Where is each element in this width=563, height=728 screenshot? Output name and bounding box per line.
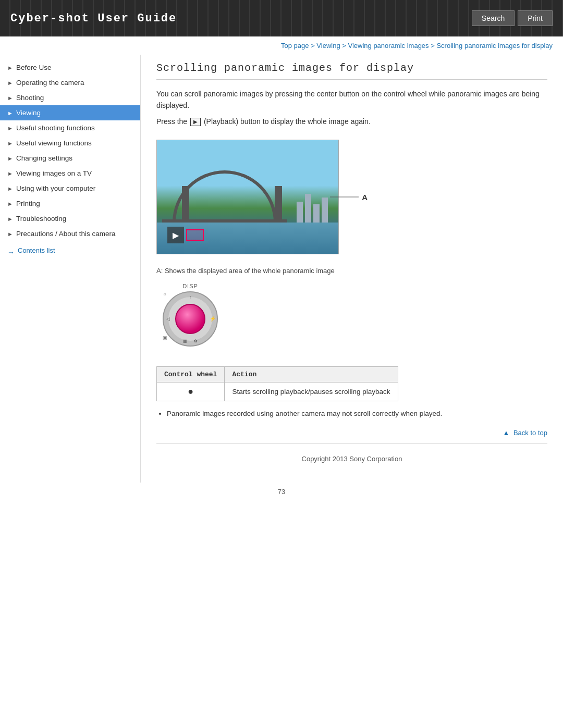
building bbox=[305, 194, 311, 223]
page-number: 73 bbox=[0, 483, 563, 506]
sidebar-label-printing: Printing bbox=[16, 200, 40, 207]
chevron-right-icon: ► bbox=[7, 186, 13, 192]
sidebar-item-shooting[interactable]: ► Shooting bbox=[0, 90, 140, 105]
sidebar-item-before-use[interactable]: ► Before Use bbox=[0, 60, 140, 75]
wheel-bottom-left-icon: ▦ bbox=[183, 339, 187, 343]
chevron-right-icon: ► bbox=[7, 110, 13, 116]
contents-list-label: Contents list bbox=[18, 246, 55, 254]
breadcrumb-viewing-panoramic[interactable]: Viewing panoramic images bbox=[348, 42, 429, 50]
building bbox=[297, 202, 303, 223]
sidebar: ► Before Use ► Operating the camera ► Sh… bbox=[0, 55, 141, 483]
bridge-tower-left bbox=[182, 186, 189, 223]
app-title: Cyber-shot User Guide bbox=[10, 12, 177, 25]
sidebar-label-viewing: Viewing bbox=[16, 109, 41, 117]
sidebar-label-troubleshooting: Troubleshooting bbox=[16, 215, 66, 223]
chevron-right-icon: ► bbox=[7, 201, 13, 207]
wheel-ticks-svg: ↑ ◁ ⚡ ▦ ✿ bbox=[162, 290, 219, 348]
playback-icon: ▶ bbox=[190, 118, 201, 126]
sidebar-item-useful-viewing[interactable]: ► Useful viewing functions bbox=[0, 135, 140, 151]
sidebar-item-viewing-tv[interactable]: ► Viewing images on a TV bbox=[0, 166, 140, 181]
sidebar-label-using-computer: Using with your computer bbox=[16, 184, 95, 192]
contents-list-link[interactable]: Contents list bbox=[0, 241, 140, 257]
copyright: Copyright 2013 Sony Corporation bbox=[302, 455, 402, 463]
sidebar-label-shooting: Shooting bbox=[16, 94, 44, 102]
label-a-caption: A: Shows the displayed area of the whole… bbox=[156, 267, 547, 275]
control-wheel: DISP bbox=[156, 283, 224, 356]
sidebar-label-before-use: Before Use bbox=[16, 64, 52, 71]
breadcrumb-top[interactable]: Top page bbox=[281, 42, 309, 50]
back-to-top-link[interactable]: ▲ Back to top bbox=[503, 429, 547, 437]
description-1: You can scroll panoramic images by press… bbox=[156, 88, 547, 112]
panoramic-image: ▶ bbox=[156, 140, 339, 254]
panoramic-image-container: ▶ A bbox=[156, 140, 339, 254]
chevron-right-icon: ► bbox=[7, 170, 13, 177]
disp-label: DISP bbox=[156, 283, 224, 289]
sidebar-label-useful-shooting: Useful shooting functions bbox=[16, 124, 95, 132]
divider bbox=[156, 443, 547, 443]
chevron-right-icon: ► bbox=[7, 65, 13, 71]
control-wheel-container: DISP bbox=[156, 283, 547, 356]
breadcrumb-viewing[interactable]: Viewing bbox=[316, 42, 340, 50]
breadcrumb-scrolling[interactable]: Scrolling panoramic images for display bbox=[436, 42, 553, 50]
building bbox=[322, 198, 328, 223]
note-item: Panoramic images recorded using another … bbox=[167, 410, 547, 417]
label-a-line bbox=[330, 197, 359, 198]
label-a: A bbox=[362, 193, 368, 202]
main-layout: ► Before Use ► Operating the camera ► Sh… bbox=[0, 55, 563, 483]
back-to-top[interactable]: ▲ Back to top bbox=[156, 423, 547, 440]
sidebar-label-precautions: Precautions / About this camera bbox=[16, 230, 116, 238]
table-col2-header: Action bbox=[225, 367, 398, 382]
wheel-right-icon: ⚡ bbox=[210, 315, 216, 322]
sidebar-item-printing[interactable]: ► Printing bbox=[0, 196, 140, 211]
description-2-pre: Press the bbox=[156, 117, 187, 126]
play-button[interactable]: ▶ bbox=[167, 227, 184, 243]
footer: Copyright 2013 Sony Corporation bbox=[156, 447, 547, 467]
chevron-right-icon: ► bbox=[7, 125, 13, 131]
page-title: Scrolling panoramic images for display bbox=[156, 62, 547, 80]
table-cell-action: Starts scrolling playback/pauses scrolli… bbox=[225, 382, 398, 401]
content-area: Scrolling panoramic images for display Y… bbox=[141, 55, 563, 483]
wheel-top-left-icon: ☼ bbox=[163, 291, 167, 297]
table-cell-control: ● bbox=[157, 382, 225, 401]
arrow-right-icon bbox=[7, 248, 16, 253]
bridge-tower-right bbox=[275, 186, 282, 223]
up-arrow-icon: ▲ bbox=[503, 429, 509, 437]
wheel-bottom-area-icon: ▣ bbox=[163, 335, 167, 340]
sidebar-label-changing-settings: Changing settings bbox=[16, 154, 72, 162]
chevron-right-icon: ► bbox=[7, 231, 13, 237]
frame-indicator bbox=[186, 229, 204, 241]
back-to-top-label: Back to top bbox=[513, 429, 547, 437]
chevron-right-icon: ► bbox=[7, 140, 13, 146]
center-button[interactable] bbox=[176, 304, 205, 334]
table-col1-header: Control wheel bbox=[157, 367, 225, 382]
wheel-bottom-right-icon: ✿ bbox=[194, 339, 198, 343]
wheel-area: ↑ ◁ ⚡ ▦ ✿ ☼ ▣ bbox=[162, 290, 219, 348]
wheel-top-icon: ↑ bbox=[189, 294, 192, 300]
chevron-right-icon: ► bbox=[7, 216, 13, 222]
control-wheel-table: Control wheel Action ● Starts scrolling … bbox=[156, 366, 398, 401]
sidebar-label-operating: Operating the camera bbox=[16, 79, 84, 87]
wheel-left-icon: ◁ bbox=[166, 316, 170, 322]
sidebar-label-useful-viewing: Useful viewing functions bbox=[16, 139, 92, 147]
breadcrumb: Top page > Viewing > Viewing panoramic i… bbox=[0, 36, 563, 55]
search-button[interactable]: Search bbox=[472, 10, 515, 26]
sidebar-item-viewing[interactable]: ► Viewing bbox=[0, 105, 140, 120]
chevron-right-icon: ► bbox=[7, 155, 13, 162]
header: Cyber-shot User Guide Search Print bbox=[0, 0, 563, 36]
chevron-right-icon: ► bbox=[7, 80, 13, 86]
sidebar-label-viewing-tv: Viewing images on a TV bbox=[16, 169, 92, 177]
table-row: ● Starts scrolling playback/pauses scrol… bbox=[157, 382, 398, 401]
header-buttons: Search Print bbox=[472, 10, 553, 26]
sidebar-item-changing-settings[interactable]: ► Changing settings bbox=[0, 151, 140, 166]
sidebar-item-using-computer[interactable]: ► Using with your computer bbox=[0, 181, 140, 196]
print-button[interactable]: Print bbox=[518, 10, 553, 26]
label-a-container: A bbox=[330, 193, 368, 202]
sidebar-item-troubleshooting[interactable]: ► Troubleshooting bbox=[0, 211, 140, 226]
buildings bbox=[297, 194, 328, 223]
building bbox=[313, 204, 320, 223]
description-2-post: (Playback) button to display the whole i… bbox=[204, 117, 371, 126]
sidebar-item-operating[interactable]: ► Operating the camera bbox=[0, 75, 140, 90]
sidebar-item-precautions[interactable]: ► Precautions / About this camera bbox=[0, 226, 140, 241]
sidebar-item-useful-shooting[interactable]: ► Useful shooting functions bbox=[0, 120, 140, 135]
chevron-right-icon: ► bbox=[7, 95, 13, 101]
